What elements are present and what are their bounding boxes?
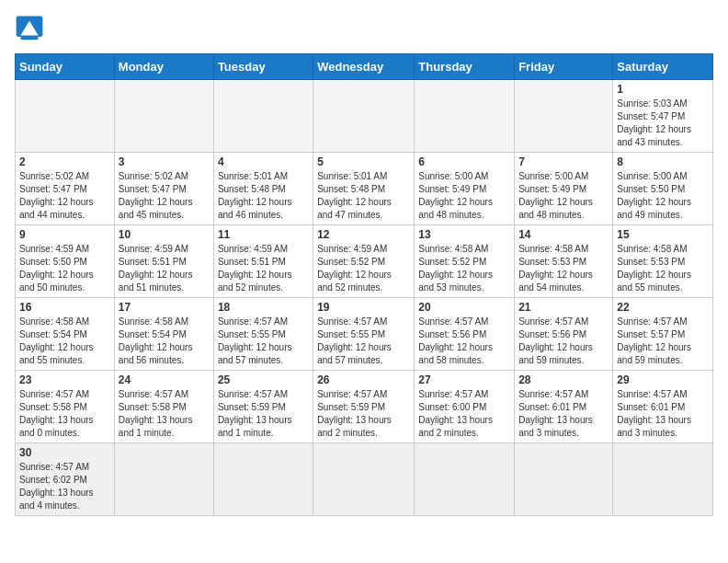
weekday-row: SundayMondayTuesdayWednesdayThursdayFrid…: [16, 54, 713, 80]
calendar-week-5: 30Sunrise: 4:57 AM Sunset: 6:02 PM Dayli…: [16, 443, 713, 516]
calendar-body: 1Sunrise: 5:03 AM Sunset: 5:47 PM Daylig…: [16, 80, 713, 516]
day-info: Sunrise: 5:03 AM Sunset: 5:47 PM Dayligh…: [617, 98, 709, 149]
calendar-cell: [114, 443, 213, 516]
day-number: 17: [119, 301, 210, 314]
calendar-cell: 29Sunrise: 4:57 AM Sunset: 6:01 PM Dayli…: [613, 371, 713, 443]
day-number: 20: [418, 301, 510, 314]
calendar-week-4: 23Sunrise: 4:57 AM Sunset: 5:58 PM Dayli…: [16, 371, 713, 443]
calendar-cell: [313, 80, 415, 153]
weekday-header-thursday: Thursday: [415, 54, 515, 80]
calendar-cell: [213, 80, 313, 153]
weekday-header-monday: Monday: [114, 54, 213, 80]
logo-icon: [15, 15, 44, 44]
day-number: 29: [617, 373, 709, 386]
day-number: 6: [418, 155, 510, 168]
day-info: Sunrise: 4:58 AM Sunset: 5:54 PM Dayligh…: [119, 316, 210, 367]
day-number: 7: [518, 155, 609, 168]
calendar-cell: 15Sunrise: 4:58 AM Sunset: 5:53 PM Dayli…: [613, 225, 713, 298]
day-number: 27: [418, 373, 510, 386]
day-number: 15: [617, 228, 709, 241]
calendar-cell: 18Sunrise: 4:57 AM Sunset: 5:55 PM Dayli…: [213, 298, 313, 371]
day-info: Sunrise: 4:57 AM Sunset: 5:56 PM Dayligh…: [418, 316, 510, 367]
calendar-cell: [515, 80, 613, 153]
calendar-cell: [16, 80, 115, 153]
calendar-cell: [114, 80, 213, 153]
day-number: 4: [218, 155, 309, 168]
weekday-header-wednesday: Wednesday: [313, 54, 415, 80]
calendar-cell: 24Sunrise: 4:57 AM Sunset: 5:58 PM Dayli…: [114, 371, 213, 443]
day-number: 28: [518, 373, 609, 386]
day-number: 23: [19, 373, 110, 386]
svg-rect-2: [20, 37, 38, 40]
calendar-cell: 14Sunrise: 4:58 AM Sunset: 5:53 PM Dayli…: [515, 225, 613, 298]
calendar-cell: 6Sunrise: 5:00 AM Sunset: 5:49 PM Daylig…: [415, 153, 515, 225]
calendar-cell: 17Sunrise: 4:58 AM Sunset: 5:54 PM Dayli…: [114, 298, 213, 371]
weekday-header-saturday: Saturday: [613, 54, 713, 80]
day-info: Sunrise: 4:59 AM Sunset: 5:51 PM Dayligh…: [119, 243, 210, 294]
calendar-cell: 2Sunrise: 5:02 AM Sunset: 5:47 PM Daylig…: [16, 153, 115, 225]
day-info: Sunrise: 5:02 AM Sunset: 5:47 PM Dayligh…: [19, 170, 110, 222]
calendar-cell: 7Sunrise: 5:00 AM Sunset: 5:49 PM Daylig…: [515, 153, 613, 225]
day-number: 11: [218, 228, 309, 241]
calendar-cell: 22Sunrise: 4:57 AM Sunset: 5:57 PM Dayli…: [613, 298, 713, 371]
day-info: Sunrise: 4:57 AM Sunset: 6:02 PM Dayligh…: [19, 461, 110, 512]
calendar-cell: 28Sunrise: 4:57 AM Sunset: 6:01 PM Dayli…: [515, 371, 613, 443]
day-info: Sunrise: 4:57 AM Sunset: 5:56 PM Dayligh…: [518, 316, 609, 367]
day-info: Sunrise: 4:57 AM Sunset: 5:59 PM Dayligh…: [218, 388, 309, 440]
day-info: Sunrise: 4:57 AM Sunset: 5:58 PM Dayligh…: [19, 388, 110, 440]
day-number: 1: [617, 83, 709, 96]
day-number: 16: [19, 301, 110, 314]
day-number: 26: [317, 373, 410, 386]
day-info: Sunrise: 4:57 AM Sunset: 5:59 PM Dayligh…: [317, 388, 410, 440]
calendar-cell: 19Sunrise: 4:57 AM Sunset: 5:55 PM Dayli…: [313, 298, 415, 371]
day-info: Sunrise: 4:59 AM Sunset: 5:50 PM Dayligh…: [19, 243, 110, 294]
day-info: Sunrise: 4:58 AM Sunset: 5:53 PM Dayligh…: [617, 243, 709, 294]
day-number: 12: [317, 228, 410, 241]
page-header: [15, 15, 713, 44]
calendar-cell: 30Sunrise: 4:57 AM Sunset: 6:02 PM Dayli…: [16, 443, 115, 516]
calendar-cell: 16Sunrise: 4:58 AM Sunset: 5:54 PM Dayli…: [16, 298, 115, 371]
calendar-cell: 9Sunrise: 4:59 AM Sunset: 5:50 PM Daylig…: [16, 225, 115, 298]
calendar-header: SundayMondayTuesdayWednesdayThursdayFrid…: [16, 54, 713, 80]
day-info: Sunrise: 4:57 AM Sunset: 5:55 PM Dayligh…: [317, 316, 410, 367]
day-info: Sunrise: 4:57 AM Sunset: 5:58 PM Dayligh…: [119, 388, 210, 440]
calendar-cell: 4Sunrise: 5:01 AM Sunset: 5:48 PM Daylig…: [213, 153, 313, 225]
day-number: 18: [218, 301, 309, 314]
day-info: Sunrise: 5:00 AM Sunset: 5:50 PM Dayligh…: [617, 170, 709, 222]
day-number: 9: [19, 228, 110, 241]
day-number: 13: [418, 228, 510, 241]
calendar-cell: 23Sunrise: 4:57 AM Sunset: 5:58 PM Dayli…: [16, 371, 115, 443]
day-info: Sunrise: 4:57 AM Sunset: 5:57 PM Dayligh…: [617, 316, 709, 367]
day-number: 3: [119, 155, 210, 168]
calendar-cell: 5Sunrise: 5:01 AM Sunset: 5:48 PM Daylig…: [313, 153, 415, 225]
day-info: Sunrise: 5:00 AM Sunset: 5:49 PM Dayligh…: [518, 170, 609, 222]
calendar-week-2: 9Sunrise: 4:59 AM Sunset: 5:50 PM Daylig…: [16, 225, 713, 298]
calendar-cell: [415, 80, 515, 153]
day-number: 2: [19, 155, 110, 168]
weekday-header-friday: Friday: [515, 54, 613, 80]
calendar-cell: 13Sunrise: 4:58 AM Sunset: 5:52 PM Dayli…: [415, 225, 515, 298]
calendar-week-1: 2Sunrise: 5:02 AM Sunset: 5:47 PM Daylig…: [16, 153, 713, 225]
day-info: Sunrise: 5:02 AM Sunset: 5:47 PM Dayligh…: [119, 170, 210, 222]
day-info: Sunrise: 4:57 AM Sunset: 6:01 PM Dayligh…: [617, 388, 709, 440]
day-number: 24: [119, 373, 210, 386]
weekday-header-tuesday: Tuesday: [213, 54, 313, 80]
day-number: 19: [317, 301, 410, 314]
calendar-cell: 11Sunrise: 4:59 AM Sunset: 5:51 PM Dayli…: [213, 225, 313, 298]
calendar-cell: 1Sunrise: 5:03 AM Sunset: 5:47 PM Daylig…: [613, 80, 713, 153]
day-number: 8: [617, 155, 709, 168]
day-number: 22: [617, 301, 709, 314]
day-number: 10: [119, 228, 210, 241]
day-info: Sunrise: 4:57 AM Sunset: 6:01 PM Dayligh…: [518, 388, 609, 440]
day-number: 25: [218, 373, 309, 386]
day-info: Sunrise: 5:00 AM Sunset: 5:49 PM Dayligh…: [418, 170, 510, 222]
day-info: Sunrise: 4:59 AM Sunset: 5:51 PM Dayligh…: [218, 243, 309, 294]
calendar-cell: 27Sunrise: 4:57 AM Sunset: 6:00 PM Dayli…: [415, 371, 515, 443]
day-info: Sunrise: 4:59 AM Sunset: 5:52 PM Dayligh…: [317, 243, 410, 294]
calendar-cell: [213, 443, 313, 516]
calendar-table: SundayMondayTuesdayWednesdayThursdayFrid…: [15, 53, 713, 516]
calendar-cell: [313, 443, 415, 516]
day-number: 14: [518, 228, 609, 241]
calendar-cell: [415, 443, 515, 516]
calendar-cell: 12Sunrise: 4:59 AM Sunset: 5:52 PM Dayli…: [313, 225, 415, 298]
